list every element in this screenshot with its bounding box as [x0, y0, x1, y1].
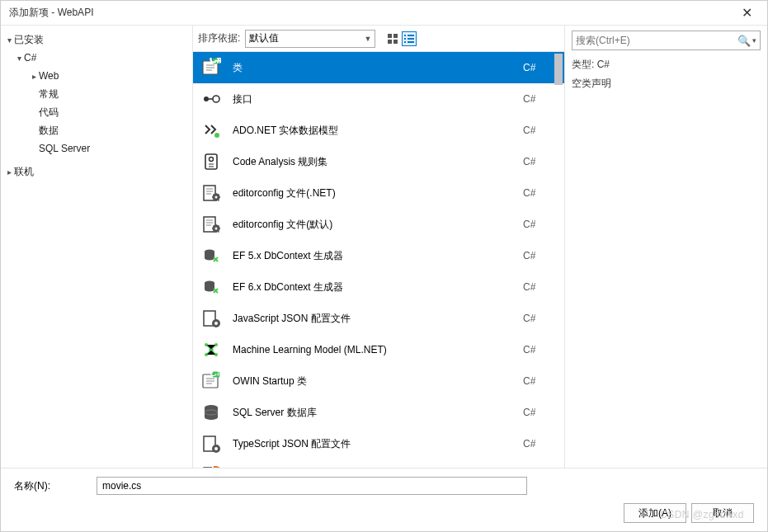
template-lang: C#	[523, 156, 556, 167]
search-input[interactable]	[576, 35, 737, 46]
svg-rect-5	[408, 35, 414, 36]
template-row[interactable]: 类C#	[193, 52, 564, 83]
template-row[interactable]: SQL Server 数据库C#	[193, 397, 564, 428]
tree-label: C#	[24, 52, 36, 64]
detail-panel: 🔍 ▾ 类型: C# 空类声明	[565, 26, 767, 468]
tree-label: SQL Server	[39, 143, 90, 154]
template-lang: C#	[523, 313, 556, 324]
sort-dropdown[interactable]: 默认值 ▼	[245, 30, 375, 48]
tree-sqlserver[interactable]: SQL Server	[1, 139, 192, 158]
template-row[interactable]: OWIN Startup 类C#	[193, 365, 564, 397]
svg-rect-3	[393, 40, 398, 44]
name-row: 名称(N):	[14, 477, 754, 495]
template-row[interactable]: TypeScript JSON 配置文件C#	[193, 428, 564, 459]
ruleset-icon	[200, 150, 223, 173]
json-icon	[200, 432, 223, 455]
sort-label: 排序依据:	[198, 31, 240, 45]
template-name: SQL Server 数据库	[233, 406, 523, 420]
svg-rect-1	[393, 34, 398, 38]
template-row[interactable]: TypeScript JSX 文件C#	[193, 459, 564, 468]
template-lang: C#	[523, 438, 556, 450]
template-name: 类	[233, 61, 523, 75]
editorconfig-icon	[200, 213, 223, 236]
caret-down-icon: ▾	[14, 54, 24, 63]
detail-type-label: 类型:	[572, 59, 594, 70]
name-input[interactable]	[97, 477, 527, 495]
button-row: 添加(A) 取消 CSDN @zgscwxd	[14, 503, 754, 523]
chevron-down-icon: ▼	[364, 35, 371, 43]
template-lang: C#	[523, 62, 556, 73]
svg-rect-7	[408, 38, 414, 40]
ef-icon	[200, 244, 223, 267]
template-row[interactable]: EF 6.x DbContext 生成器C#	[193, 271, 564, 303]
main-area: ▾ 已安装 ▾ C# ▸ Web 常规 代码 数据 SQL Server	[1, 26, 767, 468]
template-lang: C#	[523, 375, 556, 387]
chevron-down-icon[interactable]: ▾	[752, 36, 756, 45]
template-row[interactable]: Machine Learning Model (ML.NET)C#	[193, 334, 564, 365]
template-toolbar: 排序依据: 默认值 ▼	[193, 26, 564, 52]
template-name: Code Analysis 规则集	[233, 155, 523, 169]
template-row[interactable]: editorconfig 文件(默认)C#	[193, 209, 564, 240]
search-icon[interactable]: 🔍	[737, 35, 751, 47]
view-grid-button[interactable]	[385, 31, 400, 46]
template-row[interactable]: editorconfig 文件(.NET)C#	[193, 177, 564, 209]
template-name: EF 5.x DbContext 生成器	[233, 249, 523, 263]
search-box[interactable]: 🔍 ▾	[572, 31, 761, 50]
svg-rect-4	[404, 35, 406, 36]
tree-label: Web	[39, 70, 59, 82]
ml-icon	[200, 338, 223, 361]
caret-right-icon: ▸	[4, 167, 14, 177]
tree-label: 已安装	[14, 33, 44, 47]
sort-value: 默认值	[249, 31, 279, 45]
interface-icon	[200, 87, 223, 111]
json-icon	[200, 307, 223, 330]
tree-data[interactable]: 数据	[1, 121, 192, 139]
template-lang: C#	[523, 187, 556, 199]
name-label: 名称(N):	[14, 479, 88, 493]
detail-type: 类型: C#	[572, 57, 761, 73]
svg-rect-0	[388, 34, 392, 38]
template-row[interactable]: EF 5.x DbContext 生成器C#	[193, 240, 564, 271]
template-row[interactable]: 接口C#	[193, 83, 564, 115]
template-lang: C#	[523, 250, 556, 261]
ts-icon	[200, 464, 223, 468]
ef-icon	[200, 275, 223, 299]
class-icon	[200, 370, 223, 393]
scrollbar-thumb[interactable]	[554, 54, 563, 85]
editorconfig-icon	[200, 181, 223, 205]
template-name: OWIN Startup 类	[233, 374, 523, 388]
svg-rect-9	[408, 41, 414, 43]
template-row[interactable]: JavaScript JSON 配置文件C#	[193, 303, 564, 334]
tree-installed[interactable]: ▾ 已安装	[1, 31, 192, 49]
template-lang: C#	[523, 407, 556, 418]
close-icon[interactable]: ✕	[734, 5, 759, 21]
bottom-bar: 名称(N): 添加(A) 取消 CSDN @zgscwxd	[1, 468, 767, 531]
tree-online[interactable]: ▸ 联机	[1, 162, 192, 181]
tree-csharp[interactable]: ▾ C#	[1, 49, 192, 67]
template-list[interactable]: 类C#接口C#ADO.NET 实体数据模型C#Code Analysis 规则集…	[193, 52, 564, 468]
template-row[interactable]: ADO.NET 实体数据模型C#	[193, 115, 564, 146]
db-icon	[200, 401, 223, 424]
tree-general[interactable]: 常规	[1, 85, 192, 103]
template-lang: C#	[523, 93, 556, 105]
cancel-button[interactable]: 取消	[691, 503, 754, 523]
template-lang: C#	[523, 344, 556, 355]
template-lang: C#	[523, 281, 556, 293]
tree-code[interactable]: 代码	[1, 103, 192, 121]
template-lang: C#	[523, 125, 556, 136]
add-button[interactable]: 添加(A)	[624, 503, 686, 523]
view-list-button[interactable]	[402, 31, 417, 46]
class-icon	[200, 56, 223, 79]
svg-rect-6	[404, 38, 406, 40]
template-name: EF 6.x DbContext 生成器	[233, 280, 523, 294]
detail-description: 空类声明	[572, 76, 761, 92]
tree-label: 常规	[39, 87, 59, 101]
template-name: editorconfig 文件(.NET)	[233, 186, 523, 200]
template-row[interactable]: Code Analysis 规则集C#	[193, 146, 564, 177]
svg-rect-8	[404, 41, 406, 43]
list-icon	[404, 34, 414, 44]
tree-web[interactable]: ▸ Web	[1, 67, 192, 85]
grid-icon	[388, 34, 398, 44]
view-mode-group	[385, 31, 417, 46]
template-panel: 排序依据: 默认值 ▼ 类C#接口C#ADO.NET 实体数据模型C#Code …	[192, 26, 565, 468]
